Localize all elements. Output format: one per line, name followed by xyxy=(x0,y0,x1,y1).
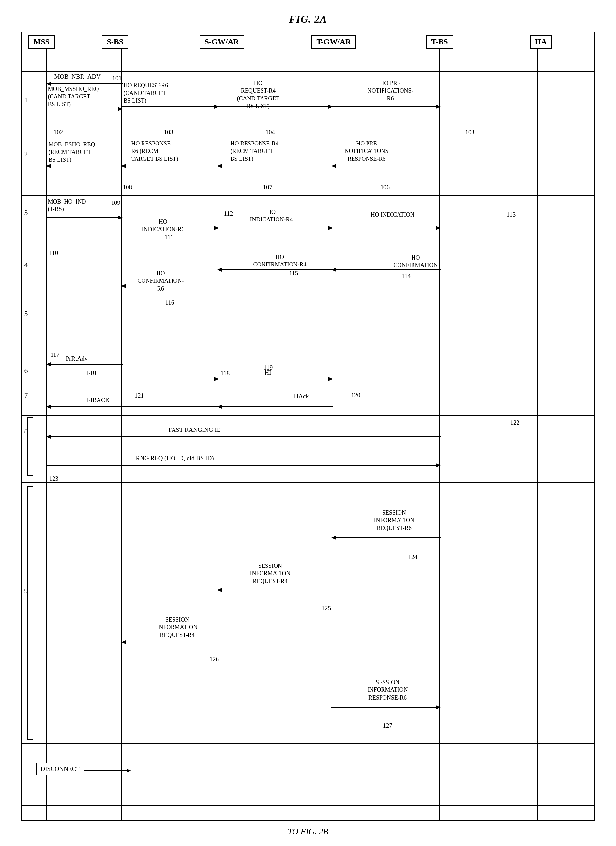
svg-marker-11 xyxy=(46,164,51,168)
ref-108: 108 xyxy=(123,184,132,191)
ref-123: 123 xyxy=(49,475,59,482)
ref-114: 114 xyxy=(402,272,411,279)
mob-mssho-req-label: MOB_MSSHO_REQ(CAND TARGETBS LIST) xyxy=(48,85,99,108)
ref-115: 115 xyxy=(289,270,298,277)
svg-marker-51 xyxy=(121,640,126,644)
ref-109: 109 xyxy=(111,199,121,206)
svg-marker-29 xyxy=(217,268,222,272)
divider-8 xyxy=(22,416,594,416)
sess-info-req-r4-1-label: SESSIONINFORMATIONREQUEST-R4 xyxy=(250,562,290,585)
divider-4 xyxy=(22,241,594,241)
ho-conf-r4-label: HOCONFIRMATION-R4 xyxy=(254,253,307,269)
ho-pre-notif-arrow xyxy=(331,103,440,110)
mob-nbr-adv-label: MOB_NBR_ADV xyxy=(54,73,101,80)
ref-113: 113 xyxy=(507,211,516,218)
ref-120: 120 xyxy=(351,392,361,399)
svg-marker-45 xyxy=(436,463,440,467)
sess-info-req-r6-label: SESSIONINFORMATIONREQUEST-R6 xyxy=(374,509,415,532)
ref-124: 124 xyxy=(408,554,418,561)
ho-ind-r4-arrow xyxy=(217,225,333,231)
ho-ind-r4-label: HOINDICATION-R4 xyxy=(250,209,293,224)
ho-conf-r6-label: HOCONFIRMATION-R6 xyxy=(138,270,184,292)
hack-arrow xyxy=(217,404,333,410)
fiback-arrow xyxy=(46,404,219,410)
step-3: 3 xyxy=(25,209,28,217)
ho-ind-arrow xyxy=(331,225,440,231)
sess-info-req-r4-2-arrow xyxy=(121,639,219,645)
ho-ind-r6-label: HOINDICATION-R6 xyxy=(142,218,185,234)
ho-ind-label: HO INDICATION xyxy=(371,211,415,219)
svg-marker-19 xyxy=(118,216,123,219)
ho-pre-notif-resp-label: HO PRENOTIFICATIONSRESPONSE-R6 xyxy=(345,140,389,163)
svg-marker-33 xyxy=(46,362,51,366)
ho-response-r4-label: HO RESPONSE-R4(RECM TARGETBS LIST) xyxy=(230,140,279,163)
ref-117: 117 xyxy=(51,351,60,358)
fast-ranging-arrow xyxy=(46,433,440,440)
svg-marker-9 xyxy=(436,105,440,109)
ref-116: 116 xyxy=(165,299,175,306)
ref-101: 101 xyxy=(113,75,122,82)
mob-bsho-req-label: MOB_BSHO_REQ(RECM TARGETBS LIST) xyxy=(48,141,95,164)
sess-info-req-r6-arrow xyxy=(331,535,440,541)
ref-119: 119 xyxy=(264,364,273,371)
fbu-arrow xyxy=(46,376,219,382)
divider-11 xyxy=(22,805,594,806)
svg-marker-53 xyxy=(436,705,440,709)
svg-marker-31 xyxy=(121,284,126,288)
step-1: 1 xyxy=(25,96,28,104)
sbs-entity: S-BS xyxy=(102,35,129,49)
sgwar-entity: S-GW/AR xyxy=(199,35,244,49)
ref-103: 103 xyxy=(164,129,173,136)
diagram: MSS S-BS S-GW/AR T-GW/AR T-BS HA 1 2 3 4… xyxy=(21,32,595,821)
fiback-label: FIBACK xyxy=(87,397,110,404)
svg-marker-25 xyxy=(436,226,440,230)
divider-9 xyxy=(22,482,594,483)
svg-marker-13 xyxy=(121,164,126,168)
ho-response-r6-label: HO RESPONSE-R6 (RECMTARGET BS LIST) xyxy=(131,140,178,163)
ha-vert-line xyxy=(537,48,538,820)
divider-7 xyxy=(22,386,594,386)
rng-req-arrow xyxy=(46,462,440,469)
svg-marker-15 xyxy=(217,164,222,168)
ref-104: 104 xyxy=(266,129,275,136)
ref-102: 102 xyxy=(54,129,63,136)
svg-marker-47 xyxy=(331,536,336,540)
svg-marker-17 xyxy=(331,164,336,168)
tbs-entity: T-BS xyxy=(426,35,453,49)
sess-info-req-r4-2-label: SESSIONINFORMATIONREQUEST-R4 xyxy=(157,616,198,639)
divider-1 xyxy=(22,71,594,72)
ref-106: 106 xyxy=(381,184,390,191)
svg-marker-49 xyxy=(217,588,222,592)
ref-121: 121 xyxy=(135,392,144,399)
ref-127: 127 xyxy=(383,722,393,729)
ref-103b: 103 xyxy=(465,129,475,136)
step-2: 2 xyxy=(25,150,28,158)
mob-ho-ind-label: MOB_HO_IND(T-BS) xyxy=(48,198,86,213)
step-8-bracket xyxy=(27,417,32,476)
ref-112: 112 xyxy=(224,210,233,217)
tgwar-entity: T-GW/AR xyxy=(311,35,356,49)
ref-110: 110 xyxy=(49,250,59,257)
rng-req-label: RNG REQ (HO ID, old BS ID) xyxy=(136,455,214,462)
divider-6 xyxy=(22,360,594,360)
hack-label: HAck xyxy=(294,393,309,400)
ho-request-r6-label: HO REQUEST-R6(CAND TARGETBS LIST) xyxy=(123,82,168,105)
mob-ho-ind-arrow xyxy=(46,214,123,221)
divider-2 xyxy=(22,127,594,127)
svg-marker-37 xyxy=(329,377,333,381)
sess-info-resp-r6-arrow xyxy=(331,704,440,711)
ref-126: 126 xyxy=(210,656,219,663)
ho-conf-label: HOCONFIRMATION xyxy=(394,254,438,269)
divider-3 xyxy=(22,195,594,196)
ref-125: 125 xyxy=(322,605,331,612)
step-7: 7 xyxy=(25,391,28,400)
figure-title: FIG. 2A xyxy=(19,13,597,25)
step-4: 4 xyxy=(25,261,28,269)
ref-122: 122 xyxy=(510,419,520,426)
ho-pre-notif-label: HO PRENOTIFICATIONS-R6 xyxy=(368,79,414,103)
prrtadv-label: PrRtAdv xyxy=(66,355,88,362)
ho-response-r4-arrow xyxy=(217,163,333,169)
step-9-bracket xyxy=(27,486,32,740)
ho-response-r6-arrow xyxy=(121,163,219,169)
page: FIG. 2A MSS S-BS S-GW/AR T-GW/AR T-BS HA… xyxy=(0,0,616,846)
